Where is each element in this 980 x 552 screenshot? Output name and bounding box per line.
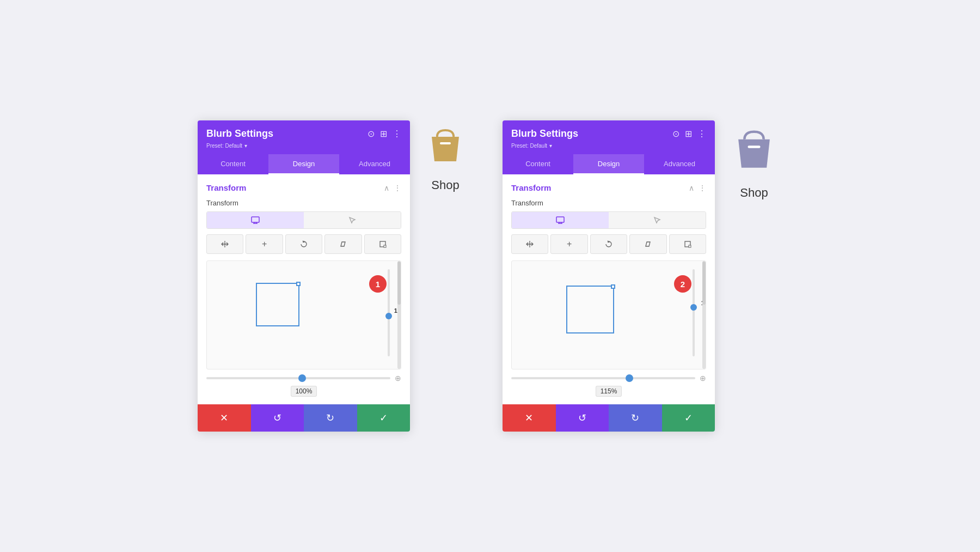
panel-header-2: Blurb Settings ⊙ ⊞ ⋮ Preset: Default ▾	[503, 120, 715, 154]
target-icon-1[interactable]: ⊙	[367, 129, 375, 139]
chevron-down-icon-1: ▾	[244, 143, 247, 149]
panel-header-icons-1: ⊙ ⊞ ⋮	[367, 129, 401, 139]
svg-rect-6	[440, 142, 451, 144]
h-slider-track-1[interactable]	[206, 377, 390, 379]
svg-rect-0	[252, 217, 259, 222]
tool-add-2[interactable]: +	[550, 234, 587, 254]
h-value-label-2: 115%	[596, 386, 622, 397]
panel-body-1: Transform ∧ ⋮ Transform	[198, 174, 410, 404]
more-icon-2[interactable]: ⋮	[697, 129, 706, 139]
tool-rotate-2[interactable]	[590, 234, 627, 254]
h-slider-track-2[interactable]	[511, 377, 695, 379]
tab-content-1[interactable]: Content	[198, 154, 268, 174]
add-icon-1: +	[262, 239, 267, 249]
tool-move-2[interactable]	[511, 234, 548, 254]
more-icon-1[interactable]: ⋮	[393, 129, 401, 139]
cancel-button-1[interactable]: ✕	[198, 404, 251, 432]
cursor-icon-2	[653, 216, 661, 224]
h-slider-thumb-2[interactable]	[626, 374, 633, 382]
panel-footer-1: ✕ ↺ ↻ ✓	[198, 404, 410, 432]
link-icon-2[interactable]: ⊕	[700, 374, 706, 383]
v-slider-track-1[interactable]	[388, 269, 390, 356]
h-value-container-1: 100%	[206, 386, 401, 396]
tool-move-1[interactable]	[206, 234, 243, 254]
collapse-icon-2[interactable]: ∧	[689, 184, 694, 192]
section-more-icon-1[interactable]: ⋮	[394, 184, 401, 192]
tab-content-2[interactable]: Content	[503, 154, 573, 174]
transform-tools-2: +	[511, 234, 706, 254]
section-header-2: Transform ∧ ⋮	[511, 183, 706, 192]
shop-label-1: Shop	[431, 178, 459, 192]
preset-label-1[interactable]: Preset: Default ▾	[206, 143, 401, 149]
transform-label-2: Transform	[511, 199, 706, 207]
v-slider-thumb-1[interactable]	[385, 313, 392, 319]
collapse-icon-1[interactable]: ∧	[384, 184, 389, 192]
section-more-icon-2[interactable]: ⋮	[699, 184, 706, 192]
grid-icon-2[interactable]: ⊞	[685, 129, 692, 139]
save-icon-1: ✓	[379, 412, 388, 424]
scale-badge-1: 1	[369, 275, 387, 293]
svg-rect-12	[689, 245, 691, 247]
move-icon-1	[221, 240, 229, 248]
panel-tabs-2: Content Design Advanced	[503, 154, 715, 174]
add-icon-2: +	[567, 239, 572, 249]
target-icon-2[interactable]: ⊙	[672, 129, 679, 139]
monitor-icon-1	[251, 216, 260, 224]
v-slider-thumb-2[interactable]	[690, 304, 697, 311]
cancel-button-2[interactable]: ✕	[503, 404, 556, 432]
tab-design-2[interactable]: Design	[573, 154, 644, 174]
tab-design-1[interactable]: Design	[268, 154, 339, 174]
panel-tabs-1: Content Design Advanced	[198, 154, 410, 174]
v-slider-track-2[interactable]	[693, 269, 695, 356]
undo-button-2[interactable]: ↺	[556, 404, 609, 432]
tool-skew-1[interactable]	[324, 234, 362, 254]
redo-button-1[interactable]: ↻	[304, 404, 357, 432]
view-toggle-cursor-1[interactable]	[304, 212, 401, 228]
scale-box-handle-1	[296, 282, 301, 286]
section-controls-2: ∧ ⋮	[689, 184, 706, 192]
undo-button-1[interactable]: ↺	[251, 404, 304, 432]
shop-icon-1	[421, 120, 470, 169]
tool-rotate-1[interactable]	[285, 234, 322, 254]
link-icon-1[interactable]: ⊕	[395, 374, 401, 383]
h-value-container-2: 115%	[511, 386, 706, 396]
canvas-area-2: 2 115%	[511, 260, 706, 369]
skew-icon-1	[339, 240, 347, 248]
panel-body-wrapper-1: Transform ∧ ⋮ Transform	[198, 174, 410, 404]
panel-scrollbar-1[interactable]	[397, 261, 401, 369]
h-slider-thumb-1[interactable]	[298, 374, 306, 382]
panel-wrapper-1: Blurb Settings ⊙ ⊞ ⋮ Preset: Default ▾ C…	[198, 120, 470, 432]
tab-advanced-2[interactable]: Advanced	[644, 154, 715, 174]
tool-scale-1[interactable]	[364, 234, 401, 254]
view-toggle-desktop-2[interactable]	[512, 212, 609, 228]
tab-advanced-1[interactable]: Advanced	[339, 154, 410, 174]
preview-area-1: Shop	[421, 120, 470, 192]
transform-tools-1: +	[206, 234, 401, 254]
panel-scrollbar-2[interactable]	[702, 261, 706, 369]
v-slider-area-2: 115%	[693, 266, 695, 359]
view-toggle-desktop-1[interactable]	[207, 212, 304, 228]
panel-header-top-1: Blurb Settings ⊙ ⊞ ⋮	[206, 128, 401, 139]
preset-label-2[interactable]: Preset: Default ▾	[511, 143, 706, 149]
redo-button-2[interactable]: ↻	[609, 404, 662, 432]
cursor-icon-1	[348, 216, 356, 224]
rotate-icon-1	[300, 240, 308, 248]
save-button-2[interactable]: ✓	[662, 404, 715, 432]
settings-panel-1: Blurb Settings ⊙ ⊞ ⋮ Preset: Default ▾ C…	[198, 120, 410, 432]
panel-footer-2: ✕ ↺ ↻ ✓	[503, 404, 715, 432]
v-slider-area-1: 100%	[388, 266, 390, 359]
grid-icon-1[interactable]: ⊞	[380, 129, 387, 139]
shop-label-2: Shop	[740, 186, 768, 200]
save-icon-2: ✓	[684, 412, 693, 424]
view-toggle-cursor-2[interactable]	[609, 212, 706, 228]
canvas-area-1: 1 100%	[206, 260, 401, 369]
save-button-1[interactable]: ✓	[357, 404, 411, 432]
panel-header-1: Blurb Settings ⊙ ⊞ ⋮ Preset: Default ▾	[198, 120, 410, 154]
scale-badge-2: 2	[674, 275, 691, 293]
tool-skew-2[interactable]	[629, 234, 666, 254]
h-value-label-1: 100%	[291, 386, 317, 397]
scrollbar-thumb-1	[397, 262, 401, 305]
svg-rect-13	[748, 145, 760, 148]
tool-add-1[interactable]: +	[246, 234, 283, 254]
tool-scale-2[interactable]	[669, 234, 706, 254]
